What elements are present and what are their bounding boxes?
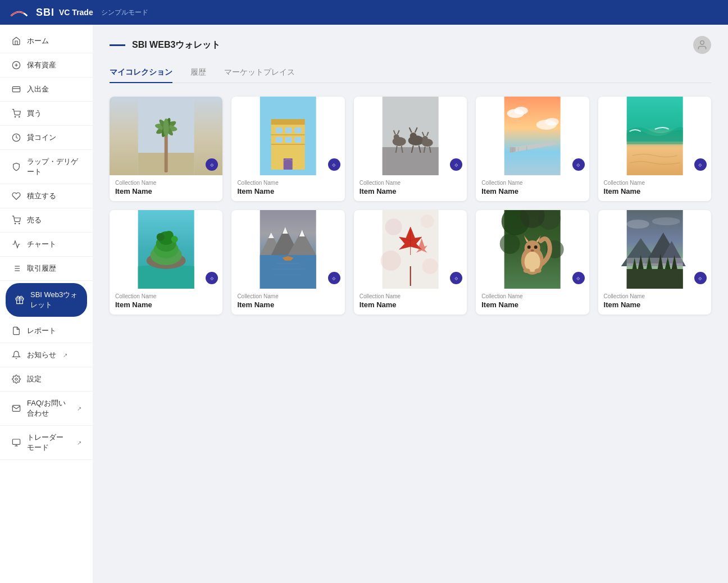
page-title-area: SBI WEB3ウォレット (110, 39, 220, 51)
nft-card-6[interactable]: ⟐ Collection Name Item Name (110, 210, 222, 315)
sidebar-item-web3wallet-label: SBI Web3ウォレット (30, 290, 78, 310)
nft-image-container-3: ⟐ (354, 97, 467, 175)
svg-rect-32 (276, 127, 283, 133)
nft-item-name-6: Item Name (115, 300, 217, 309)
sidebar-item-sell[interactable]: 売る (0, 208, 93, 233)
tab-history[interactable]: 履歴 (190, 63, 206, 83)
page-title-bar (110, 44, 125, 46)
nft-item-name-2: Item Name (237, 187, 339, 195)
nft-card-5[interactable]: ⟐ Collection Name Item Name (598, 97, 711, 201)
nft-image-container-7: ⟐ (231, 210, 344, 289)
sidebar-item-settings-label: 設定 (27, 374, 42, 384)
svg-rect-3 (12, 86, 20, 92)
sidebar-item-chart[interactable]: チャート (0, 233, 93, 257)
sidebar-item-assets[interactable]: 保有資産 (0, 53, 93, 78)
sidebar-item-assets-label: 保有資産 (27, 60, 56, 70)
nft-image-container-2: ⟐ (231, 97, 344, 175)
svg-rect-17 (12, 439, 20, 444)
nft-link-icon-8: ⟐ (454, 275, 458, 281)
sidebar-item-notification-label: お知らせ (27, 350, 56, 360)
nft-collection-name-2: Collection Name (237, 180, 339, 186)
nft-image-container-4: ⟐ (476, 97, 589, 175)
sidebar-item-home[interactable]: ホーム (0, 29, 93, 53)
svg-rect-61 (504, 97, 561, 175)
svg-point-109 (534, 245, 538, 249)
tab-marketplace[interactable]: マーケットプレイス (224, 63, 295, 83)
svg-point-16 (15, 378, 17, 380)
svg-point-108 (527, 245, 531, 249)
logo-area: SBI VC Trade シンプルモード (9, 6, 148, 19)
svg-point-92 (385, 218, 402, 235)
topbar: SBI VC Trade シンプルモード (0, 0, 728, 25)
nft-item-name-10: Item Name (604, 300, 706, 309)
assets-icon (11, 61, 21, 70)
sidebar-item-history[interactable]: 取引履歴 (0, 257, 93, 281)
nft-link-icon-6: ⟐ (210, 275, 214, 281)
sidebar-item-settings[interactable]: 設定 (0, 367, 93, 391)
nft-item-name-4: Item Name (481, 187, 583, 195)
nft-card-8[interactable]: ⟐ Collection Name Item Name (354, 210, 467, 315)
svg-point-56 (422, 136, 427, 142)
tabs: マイコレクション 履歴 マーケットプレイス (110, 63, 711, 83)
svg-point-9 (19, 223, 20, 224)
nft-image-container-10: ⟐ (598, 210, 711, 289)
nft-collection-name-10: Collection Name (604, 293, 706, 299)
nft-card-3[interactable]: ⟐ Collection Name Item Name (354, 97, 467, 201)
faq-icon (11, 404, 21, 413)
sidebar-item-trader[interactable]: トレーダーモード ↗ (0, 426, 93, 460)
nft-collection-name-6: Collection Name (115, 293, 217, 299)
nft-card-1[interactable]: ⟐ Collection Name Item Name (110, 97, 222, 201)
nft-info-4: Collection Name Item Name (476, 175, 589, 201)
sidebar-item-deposit[interactable]: 入出金 (0, 78, 93, 102)
nft-collection-name-9: Collection Name (481, 293, 583, 299)
svg-point-50 (410, 133, 416, 139)
svg-point-128 (626, 220, 649, 229)
nft-badge-5: ⟐ (694, 158, 707, 171)
svg-point-112 (524, 268, 530, 273)
nft-card-4[interactable]: ⟐ Collection Name Item Name (476, 97, 589, 201)
sidebar-item-trader-label: トレーダーモード (27, 432, 70, 453)
sbi-logo-icon (9, 6, 29, 19)
sidebar-item-faq[interactable]: FAQ/お問い合わせ ↗ (0, 391, 93, 426)
nft-link-icon-1: ⟐ (210, 161, 214, 168)
sidebar-item-accumulate[interactable]: 積立する (0, 184, 93, 208)
mode-text: シンプルモード (101, 8, 148, 17)
tab-my-collection[interactable]: マイコレクション (110, 63, 172, 83)
sidebar-item-report[interactable]: レポート (0, 319, 93, 343)
nft-collection-name-4: Collection Name (481, 180, 583, 186)
trader-external-icon: ↗ (77, 440, 81, 446)
buy-icon (11, 109, 21, 118)
accumulate-icon (11, 192, 21, 201)
nft-card-7[interactable]: ⟐ Collection Name Item Name (231, 210, 344, 315)
svg-point-5 (15, 116, 15, 117)
faq-external-icon: ↗ (77, 406, 81, 412)
svg-point-28 (163, 119, 169, 136)
sidebar-item-web3wallet[interactable]: SBI Web3ウォレット (6, 283, 87, 317)
svg-rect-121 (626, 269, 683, 289)
sidebar-item-accumulate-label: 積立する (27, 191, 56, 201)
sidebar-item-buy-label: 買う (27, 108, 42, 119)
sidebar-item-home-label: ホーム (27, 36, 49, 46)
nft-info-5: Collection Name Item Name (598, 175, 711, 201)
nft-image-container-8: ⟐ (354, 210, 467, 289)
svg-point-65 (545, 118, 559, 126)
nft-image-container-9: ⟐ (476, 210, 589, 289)
svg-point-6 (19, 116, 20, 117)
lending-icon (11, 133, 21, 142)
nft-info-10: Collection Name Item Name (598, 289, 711, 315)
nft-info-2: Collection Name Item Name (231, 175, 344, 201)
sell-icon (11, 216, 21, 225)
nft-card-10[interactable]: ⟐ Collection Name Item Name (598, 210, 711, 315)
sidebar-item-wrap[interactable]: ラップ・デリゲート (0, 150, 93, 184)
sidebar-item-notification[interactable]: お知らせ ↗ (0, 343, 93, 367)
nft-card-2[interactable]: ⟐ Collection Name Item Name (231, 97, 344, 201)
svg-point-44 (393, 134, 399, 140)
nft-link-icon-10: ⟐ (698, 275, 702, 281)
sidebar-item-lending[interactable]: 貸コイン (0, 126, 93, 150)
svg-rect-35 (276, 137, 283, 143)
svg-point-94 (380, 250, 401, 271)
svg-point-63 (515, 107, 528, 115)
sidebar-item-buy[interactable]: 買う (0, 102, 93, 126)
nft-badge-9: ⟐ (572, 272, 585, 284)
nft-card-9[interactable]: ⟐ Collection Name Item Name (476, 210, 589, 315)
